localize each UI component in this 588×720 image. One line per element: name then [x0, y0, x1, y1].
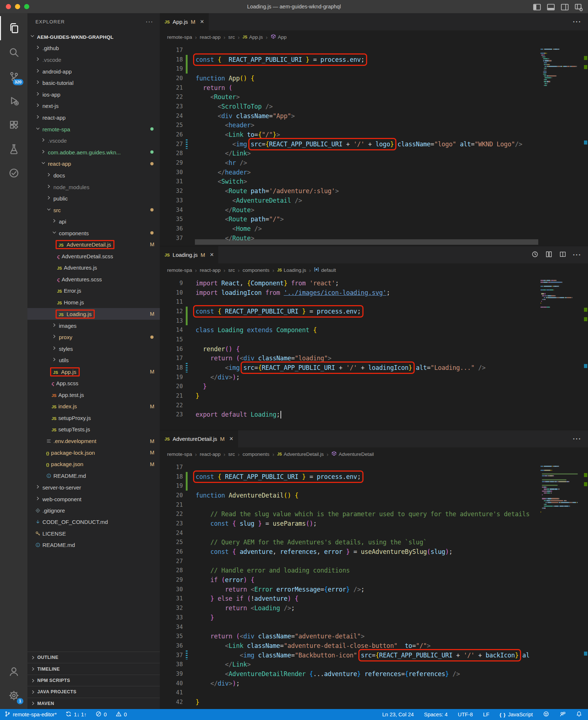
activity-extensions-icon[interactable] — [0, 113, 27, 137]
tree-folder-ios-app[interactable]: ios-app — [27, 89, 160, 100]
toggle-panel-icon[interactable] — [547, 3, 555, 11]
warnings-count[interactable]: 0 — [116, 711, 127, 718]
activity-check-icon[interactable] — [0, 161, 27, 185]
tree-file-code-of-conduct.md[interactable]: CODE_OF_CONDUCT.md — [27, 516, 160, 528]
breadcrumb-item[interactable]: react-app — [200, 34, 220, 40]
tree-folder-.github[interactable]: .github — [27, 42, 160, 54]
tree-file-error.js[interactable]: JSError.js — [27, 285, 160, 297]
tree-folder-web-component[interactable]: web-component — [27, 493, 160, 505]
tree-file-license[interactable]: LICENSE — [27, 528, 160, 540]
tree-file-readme.md[interactable]: README.md — [27, 470, 160, 482]
encoding[interactable]: UTF-8 — [458, 712, 473, 717]
tree-folder-images[interactable]: images — [27, 320, 160, 331]
minimap[interactable] — [540, 46, 583, 86]
code-editor[interactable]: 1718const { REACT_APP_PUBLIC_URI } = pro… — [160, 44, 588, 246]
activity-search-icon[interactable] — [0, 40, 27, 64]
eol[interactable]: LF — [483, 712, 489, 717]
code-editor[interactable]: 1718const { REACT_APP_PUBLIC_URI } = pro… — [160, 461, 588, 709]
tab-close-icon[interactable]: × — [229, 435, 233, 443]
breadcrumb-item[interactable]: remote-spa — [167, 267, 192, 273]
tab-loading.js[interactable]: JSLoading.jsM× — [160, 246, 218, 263]
tree-folder-next-js[interactable]: next-js — [27, 100, 160, 112]
customize-layout-icon[interactable] — [574, 3, 583, 11]
tree-folder-remote-spa[interactable]: remote-spa — [27, 123, 160, 135]
activity-gear-icon[interactable]: 1 — [0, 683, 27, 708]
tab-close-icon[interactable]: × — [200, 18, 204, 26]
tree-file-adventuredetail.scss[interactable]: ςAdventureDetail.scss — [27, 250, 160, 262]
tree-folder-android-app[interactable]: android-app — [27, 65, 160, 77]
tree-file-adventuredetail.js[interactable]: JSAdventureDetail.jsM — [27, 239, 160, 251]
notifications-bell[interactable] — [576, 711, 582, 718]
sidebar-section-maven[interactable]: MAVEN — [27, 698, 160, 709]
breadcrumb-item[interactable]: src — [228, 267, 235, 273]
tree-file-home.js[interactable]: JSHome.js — [27, 297, 160, 308]
tree-file-setupproxy.js[interactable]: JSsetupProxy.js — [27, 412, 160, 424]
toggle-sidebar-icon[interactable] — [533, 3, 541, 11]
tree-folder-node-modules[interactable]: node_modules — [27, 181, 160, 193]
tree-folder-.vscode[interactable]: .vscode — [27, 54, 160, 65]
sidebar-section-npm-scripts[interactable]: NPM SCRIPTS — [27, 675, 160, 686]
tree-folder-components[interactable]: components — [27, 227, 160, 239]
cursor-position[interactable]: Ln 23, Col 24 — [382, 712, 414, 717]
clock-action-icon[interactable] — [531, 251, 539, 259]
sync-indicator[interactable]: 1↓ 1↑ — [65, 711, 87, 718]
tree-file-package.json[interactable]: {}package.jsonM — [27, 458, 160, 470]
tree-file-setuptests.js[interactable]: JSsetupTests.js — [27, 424, 160, 435]
tree-folder-public[interactable]: public — [27, 192, 160, 204]
tree-folder-api[interactable]: api — [27, 216, 160, 228]
horizontal-scrollbar[interactable] — [195, 239, 538, 245]
tree-file-app.scss[interactable]: ςApp.scss — [27, 378, 160, 389]
tree-folder-basic-tutorial[interactable]: basic-tutorial — [27, 77, 160, 89]
explorer-more-actions-icon[interactable]: ··· — [146, 18, 153, 26]
tree-folder-utils[interactable]: utils — [27, 355, 160, 366]
tree-folder-com.adobe.aem.guides.wkn...[interactable]: com.adobe.aem.guides.wkn... — [27, 146, 160, 158]
breadcrumb-item[interactable]: AdventureDetail — [331, 451, 374, 457]
more-actions-icon[interactable]: ··· — [573, 251, 581, 259]
more-actions-icon[interactable]: ··· — [573, 435, 581, 443]
feedback[interactable] — [559, 711, 566, 718]
indentation[interactable]: Spaces: 4 — [424, 712, 448, 717]
breadcrumb-item[interactable]: remote-spa — [167, 34, 192, 40]
activity-beaker-icon[interactable] — [0, 137, 27, 161]
close-window-button[interactable] — [6, 4, 11, 9]
code-editor[interactable]: 9import React, {Component} from 'react';… — [160, 277, 588, 430]
branch-indicator[interactable]: remote-spa-editor* — [4, 711, 57, 718]
tree-folder-aem-guides-wknd-graphql[interactable]: AEM-GUIDES-WKND-GRAPHQL — [27, 31, 160, 42]
minimize-window-button[interactable] — [15, 4, 20, 9]
tree-file-.env.development[interactable]: .env.developmentM — [27, 435, 160, 447]
breadcrumb-item[interactable]: JSLoading.js — [277, 267, 306, 273]
tree-file-index.js[interactable]: JSindex.jsM — [27, 401, 160, 412]
tab-adventuredetail.js[interactable]: JSAdventureDetail.jsM× — [160, 430, 238, 447]
activity-files-icon[interactable] — [0, 16, 27, 40]
tree-folder-react-app[interactable]: react-app — [27, 112, 160, 123]
toggle-secondary-sidebar-icon[interactable] — [561, 3, 569, 11]
tree-file-adventures.js[interactable]: JSAdventures.js — [27, 262, 160, 274]
tree-file-.gitignore[interactable]: .gitignore — [27, 505, 160, 516]
tree-file-package-lock.json[interactable]: {}package-lock.jsonM — [27, 447, 160, 458]
tree-file-app.js[interactable]: JSApp.jsM — [27, 366, 160, 378]
diff-action-icon[interactable] — [545, 251, 553, 259]
lightbulb-icon[interactable] — [199, 142, 204, 147]
errors-count[interactable]: 0 — [95, 711, 107, 718]
minimap[interactable] — [540, 280, 583, 308]
activity-scm-icon[interactable]: 320 — [0, 64, 27, 89]
breadcrumb-item[interactable]: default — [314, 267, 336, 273]
activity-account-icon[interactable] — [0, 659, 27, 683]
split-action-icon[interactable] — [559, 251, 566, 259]
lightbulb-icon[interactable] — [199, 653, 204, 658]
tree-file-readme.md[interactable]: README.md — [27, 539, 160, 551]
maximize-window-button[interactable] — [24, 4, 29, 9]
sidebar-section-timeline[interactable]: TIMELINE — [27, 663, 160, 674]
tree-folder-src[interactable]: src — [27, 204, 160, 216]
tree-folder-styles[interactable]: styles — [27, 343, 160, 355]
breadcrumb-item[interactable]: src — [228, 451, 235, 457]
breadcrumb-item[interactable]: App — [271, 34, 287, 40]
breadcrumb-item[interactable]: components — [242, 267, 270, 273]
breadcrumb-item[interactable]: JSAdventureDetail.js — [277, 451, 324, 457]
breadcrumb-item[interactable]: remote-spa — [167, 451, 192, 457]
minimap[interactable] — [540, 464, 583, 513]
tab-app.js[interactable]: JSApp.jsM× — [160, 13, 209, 30]
tree-folder-docs[interactable]: docs — [27, 169, 160, 181]
tree-file-adventures.scss[interactable]: ςAdventures.scss — [27, 273, 160, 285]
breadcrumb-item[interactable]: src — [228, 34, 235, 40]
